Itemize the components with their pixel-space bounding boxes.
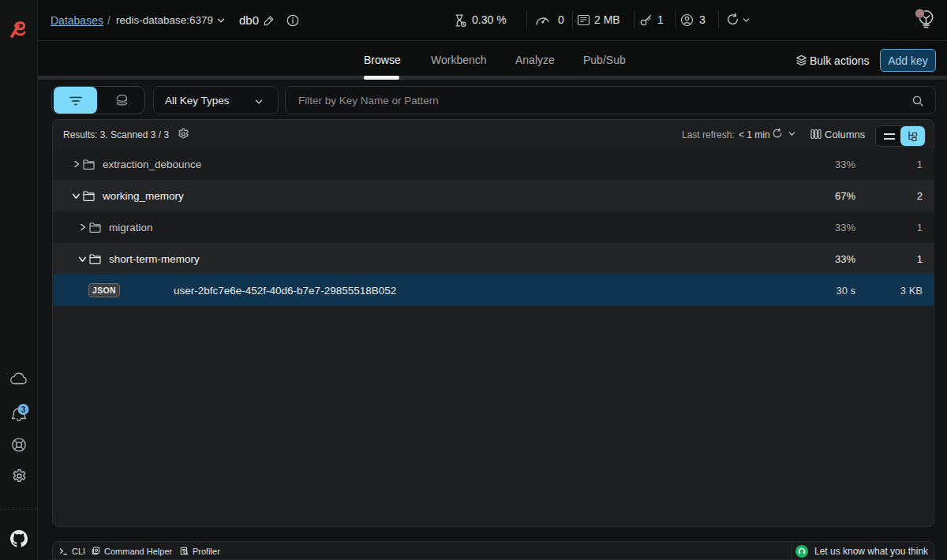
svg-text:3: 3 [21,405,26,414]
